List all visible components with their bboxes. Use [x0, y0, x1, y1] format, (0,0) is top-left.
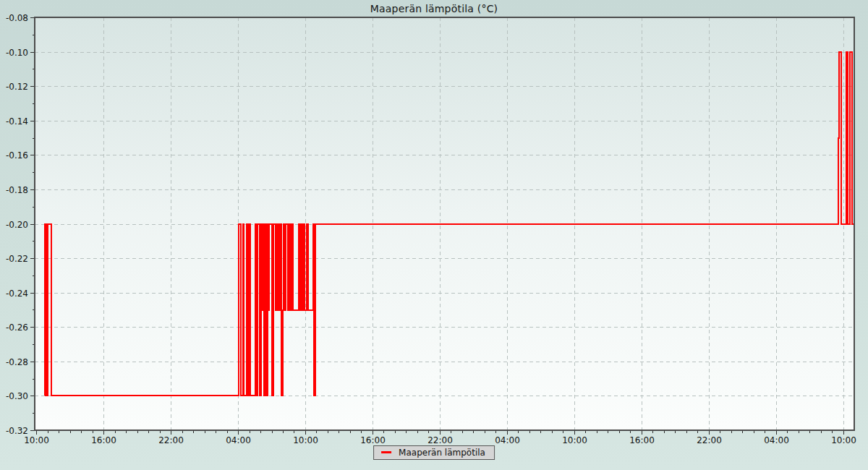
y-tick-label: -0.16 [6, 150, 28, 161]
y-tick-label: -0.08 [6, 13, 28, 23]
y-tick-label: -0.14 [6, 116, 28, 127]
y-tick-label: -0.20 [6, 220, 28, 230]
x-tick-label: 04:00 [226, 435, 251, 445]
plot-canvas: 10:0016:0022:0004:0010:0016:0022:0004:00… [0, 0, 868, 470]
x-tick-label: 10:00 [562, 435, 587, 445]
chart-window: Maaperän lämpötila (°C) 10:0016:0022:000… [0, 0, 868, 470]
y-tick-label: -0.18 [6, 185, 28, 195]
legend: Maaperän lämpötila [373, 445, 495, 460]
y-tick-label: -0.24 [6, 289, 28, 299]
legend-series-label: Maaperän lämpötila [399, 448, 485, 458]
y-tick-label: -0.28 [6, 357, 28, 367]
x-tick-label: 10:00 [293, 435, 318, 445]
x-tick-label: 22:00 [697, 435, 722, 445]
x-tick-label: 16:00 [360, 435, 386, 445]
x-tick-label: 04:00 [495, 435, 520, 445]
y-tick-label: -0.22 [6, 254, 28, 264]
x-tick-label: 16:00 [91, 435, 116, 445]
x-tick-label: 10:00 [831, 435, 856, 445]
x-tick-label: 10:00 [24, 435, 49, 445]
legend-series-swatch [381, 451, 391, 453]
x-tick-label: 22:00 [427, 435, 453, 445]
x-tick-label: 16:00 [629, 435, 655, 445]
y-tick-label: -0.10 [6, 48, 28, 58]
y-tick-label: -0.32 [6, 426, 28, 436]
y-tick-label: -0.12 [6, 82, 28, 92]
x-tick-label: 04:00 [764, 435, 789, 445]
y-tick-label: -0.30 [6, 391, 28, 401]
y-tick-label: -0.26 [6, 322, 28, 333]
x-tick-label: 22:00 [158, 435, 184, 445]
